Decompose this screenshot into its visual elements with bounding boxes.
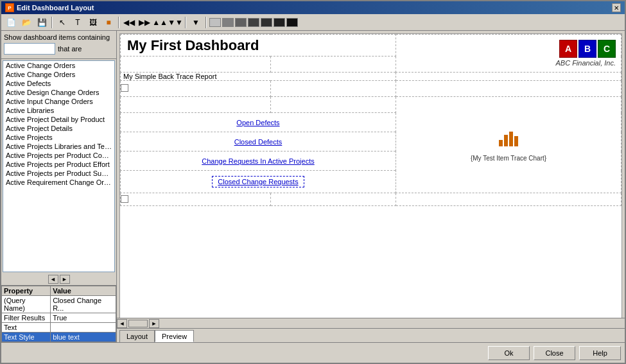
property-name: Text Style — [2, 333, 51, 342]
window-title: Edit Dashboard Layout — [17, 4, 94, 12]
scroll-thumb-h[interactable] — [128, 320, 148, 327]
open-button[interactable]: 📂 — [19, 16, 33, 29]
main-window: P Edit Dashboard Layout ✕ 📄 📂 💾 ↖ T 🖼 ■ … — [0, 0, 626, 364]
report-label: My Simple Back Trace Report — [121, 71, 220, 82]
property-row[interactable]: Text — [2, 323, 116, 333]
bg2-button[interactable] — [222, 18, 234, 27]
list-item[interactable]: Active Projects Libraries and Temp — [3, 142, 114, 151]
sep1 — [51, 17, 53, 28]
property-col-header: Property — [2, 286, 51, 296]
property-name: (Query Name) — [2, 296, 51, 313]
image-button[interactable]: 🖼 — [86, 16, 100, 29]
property-value — [51, 323, 116, 333]
open-defects-link[interactable]: Open Defects — [232, 117, 283, 128]
chart-area: {My Test Item Trace Chart} — [396, 97, 621, 193]
property-row[interactable]: Filter Results True — [2, 313, 116, 323]
dashboard-canvas: My First Dashboard A B C ABC Financia — [119, 33, 622, 318]
company-name: ABC Financial, Inc. — [401, 59, 616, 67]
list-item[interactable]: Active Projects per Product Summa — [3, 169, 114, 178]
tab-layout[interactable]: Layout — [119, 330, 155, 342]
property-value: blue text — [51, 333, 116, 342]
color-button[interactable]: ■ — [101, 16, 116, 29]
close-window-button[interactable]: ✕ — [612, 3, 621, 12]
text-button[interactable]: T — [71, 16, 85, 29]
list-item[interactable]: Active Project Details — [3, 124, 114, 133]
property-row[interactable]: (Query Name) Closed Change R... — [2, 296, 116, 313]
property-value: True — [51, 313, 116, 323]
logo-block-a: A — [559, 40, 577, 58]
list-item[interactable]: Active Projects per Product Cost S — [3, 151, 114, 160]
logo-area: A B C ABC Financial, Inc. — [399, 37, 618, 69]
search-input[interactable] — [4, 43, 55, 55]
help-button[interactable]: Help — [579, 346, 621, 360]
property-name: Filter Results — [2, 313, 51, 323]
properties-table: Property Value (Query Name) Closed Chang… — [1, 286, 116, 342]
svg-rect-2 — [509, 132, 513, 146]
toolbar: 📄 📂 💾 ↖ T 🖼 ■ ◀◀ ▶▶ ▲▲ ▼▼ ▼ — [1, 14, 625, 31]
list-item[interactable]: Active Libraries — [3, 106, 114, 115]
bg6-button[interactable] — [274, 18, 285, 27]
bottom-bar: Ok Close Help — [1, 342, 625, 363]
scroll-right-button[interactable]: ► — [60, 275, 70, 284]
list-item[interactable]: Active Requirement Change Orde... — [3, 178, 114, 187]
property-value: Closed Change R... — [51, 296, 116, 313]
filter-operator: that are — [58, 45, 82, 53]
checkbox1[interactable] — [121, 84, 128, 92]
dashboard-title: My First Dashboard — [121, 33, 265, 58]
items-list[interactable]: Active Change Orders Active Change Order… — [3, 60, 115, 272]
properties-section: Property Value (Query Name) Closed Chang… — [1, 285, 116, 342]
right-panel: My First Dashboard A B C ABC Financia — [117, 31, 625, 342]
close-button[interactable]: Close — [534, 346, 575, 360]
layout-grid: My First Dashboard A B C ABC Financia — [120, 34, 622, 206]
list-item[interactable]: Active Change Orders — [3, 70, 114, 79]
move-down-button[interactable]: ▼▼ — [168, 16, 182, 29]
logo-block-c: C — [598, 40, 616, 58]
chart-icon — [498, 128, 520, 152]
value-col-header: Value — [51, 286, 116, 296]
scroll-left-button[interactable]: ◄ — [48, 275, 58, 284]
list-item[interactable]: Active Input Change Orders — [3, 97, 114, 106]
cursor-button[interactable]: ↖ — [55, 16, 69, 29]
bg3-button[interactable] — [235, 18, 247, 27]
move-up-button[interactable]: ▲▲ — [153, 16, 167, 29]
move-right-button[interactable]: ▶▶ — [137, 16, 152, 29]
logo-block-b: B — [578, 40, 596, 58]
save-button[interactable]: 💾 — [35, 16, 49, 29]
filter-label: Show dashboard items containing — [4, 33, 114, 41]
property-name: Text — [2, 323, 51, 333]
property-row-selected[interactable]: Text Style blue text — [2, 333, 116, 342]
closed-change-requests-link[interactable]: Closed Change Requests — [212, 176, 304, 187]
list-item[interactable]: Active Projects — [3, 133, 114, 142]
list-item[interactable]: Active Projects per Product Effort — [3, 160, 114, 169]
bg4-button[interactable] — [248, 18, 259, 27]
bg5-button[interactable] — [261, 18, 272, 27]
list-item[interactable]: Active Project Detail by Product — [3, 115, 114, 124]
sep2 — [118, 17, 119, 28]
scroll-right-h[interactable]: ► — [149, 319, 159, 328]
svg-rect-3 — [514, 136, 518, 146]
scroll-left-h[interactable]: ◄ — [117, 319, 127, 328]
filter-button[interactable]: ▼ — [189, 16, 203, 29]
bg7-button[interactable] — [286, 18, 298, 27]
list-item[interactable]: Active Defects — [3, 79, 114, 88]
new-button[interactable]: 📄 — [4, 16, 18, 29]
sep3 — [185, 17, 186, 28]
change-requests-link[interactable]: Change Requests In Active Projects — [198, 156, 318, 166]
window-icon: P — [5, 3, 14, 12]
sep4 — [205, 17, 207, 28]
chart-label: {My Test Item Trace Chart} — [471, 155, 546, 162]
left-panel: Show dashboard items containing that are… — [1, 31, 117, 342]
list-item[interactable]: Active Design Change Orders — [3, 88, 114, 97]
canvas-area[interactable]: My First Dashboard A B C ABC Financia — [117, 31, 625, 318]
horizontal-scrollbar[interactable]: ◄ ► — [117, 318, 625, 328]
tab-preview[interactable]: Preview — [155, 330, 194, 342]
closed-defects-link[interactable]: Closed Defects — [230, 137, 286, 147]
bg1-button[interactable] — [209, 18, 221, 27]
move-left-button[interactable]: ◀◀ — [122, 16, 136, 29]
content-area: Show dashboard items containing that are… — [1, 31, 625, 342]
list-item[interactable]: Active Change Orders — [3, 61, 114, 70]
tab-bar: Layout Preview — [117, 328, 625, 342]
checkbox2[interactable] — [121, 195, 128, 203]
title-bar: P Edit Dashboard Layout ✕ — [1, 1, 625, 14]
ok-button[interactable]: Ok — [488, 346, 530, 360]
